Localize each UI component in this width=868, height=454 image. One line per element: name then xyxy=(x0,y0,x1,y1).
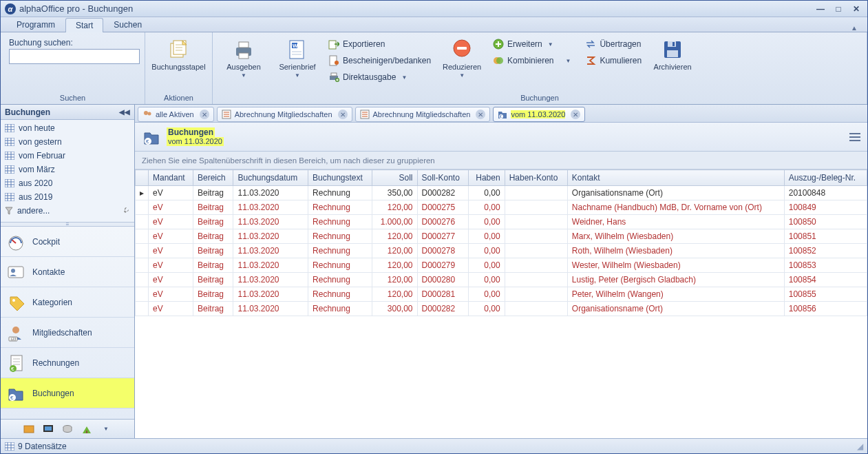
dropdown-icon: ▼ xyxy=(565,58,571,64)
filter-item[interactable]: von heute xyxy=(2,121,133,135)
close-tab-icon[interactable]: ✕ xyxy=(571,110,580,119)
svg-rect-21 xyxy=(667,50,678,57)
kumulieren-button[interactable]: Kumulieren xyxy=(581,53,646,68)
serienbrief-button[interactable]: W Serienbrief ▼ xyxy=(271,35,324,81)
collapse-panel-icon[interactable]: ◀◀ xyxy=(119,108,130,116)
table-row[interactable]: ▸eVBeitrag11.03.2020Rechnung350,00D00028… xyxy=(136,186,867,200)
bescheinigen-button[interactable]: Bescheinigen/bedanken xyxy=(324,53,435,68)
nav-mitgliedschaften[interactable]: 123 Mitgliedschaften xyxy=(1,318,134,348)
maximize-button[interactable]: □ xyxy=(832,3,845,14)
sigma-icon xyxy=(585,55,596,66)
app-window: α alphaOffice pro - Buchungen — □ ✕ Prog… xyxy=(0,0,868,454)
grid-mini-icon xyxy=(5,442,14,451)
dropdown-icon: ▼ xyxy=(401,74,407,81)
nav-shortcut-2-icon[interactable] xyxy=(42,423,54,435)
column-headers[interactable]: Mandant Bereich Buchungsdatum Buchungste… xyxy=(136,170,867,186)
kombinieren-button[interactable]: Kombinieren ▼ xyxy=(489,53,575,68)
table-row[interactable]: eVBeitrag11.03.2020Rechnung120,00D000279… xyxy=(136,258,867,273)
table-row[interactable]: eVBeitrag11.03.2020Rechnung300,00D000282… xyxy=(136,302,867,316)
col-soll[interactable]: Soll xyxy=(372,170,417,186)
uebertragen-button[interactable]: Übertragen xyxy=(581,37,646,52)
col-auszug[interactable]: Auszug-/Beleg-Nr. xyxy=(784,170,867,186)
nav-cockpit[interactable]: Cockpit xyxy=(1,227,134,257)
col-buchungsdatum[interactable]: Buchungsdatum xyxy=(233,170,308,186)
nav-buchungen[interactable]: € Buchungen xyxy=(1,378,134,409)
col-buchungstext[interactable]: Buchungstext xyxy=(308,170,372,186)
svg-rect-41 xyxy=(24,426,34,433)
floppy-disk-icon xyxy=(661,38,684,61)
col-kontakt[interactable]: Kontakt xyxy=(567,170,784,186)
table-row[interactable]: eVBeitrag11.03.2020Rechnung120,00D000281… xyxy=(136,287,867,302)
nav-kategorien[interactable]: Kategorien xyxy=(1,287,134,318)
svg-rect-26 xyxy=(5,165,14,174)
statusbar: 9 Datensätze ◢ xyxy=(1,438,867,453)
nav-shortcut-1-icon[interactable] xyxy=(23,423,35,435)
filter-item[interactable]: vom Februar xyxy=(2,149,133,163)
nav-shortcut-4-icon[interactable] xyxy=(81,423,93,435)
doc-tab-alle-aktiven[interactable]: alle Aktiven ✕ xyxy=(138,107,214,122)
wrench-icon[interactable] xyxy=(120,206,130,216)
data-grid[interactable]: Mandant Bereich Buchungsdatum Buchungste… xyxy=(135,169,867,438)
table-row[interactable]: eVBeitrag11.03.2020Rechnung120,00D000280… xyxy=(136,273,867,287)
svg-text:123: 123 xyxy=(10,337,17,341)
filter-item[interactable]: vom März xyxy=(2,163,133,176)
doc-tab-vom-datum[interactable]: € vom 11.03.2020 ✕ xyxy=(493,107,585,122)
search-label: Buchung suchen: xyxy=(9,38,73,48)
filter-item[interactable]: aus 2019 xyxy=(2,190,133,204)
filter-item[interactable]: aus 2020 xyxy=(2,176,133,190)
ribbon-tabs: Programm Start Suchen ▲ xyxy=(1,17,867,32)
funnel-icon xyxy=(5,207,13,215)
col-sollkonto[interactable]: Soll-Konto xyxy=(417,170,468,186)
exportieren-button[interactable]: Exportieren xyxy=(324,37,435,52)
app-logo-icon: α xyxy=(5,3,16,14)
table-icon xyxy=(5,165,14,174)
col-bereich[interactable]: Bereich xyxy=(193,170,233,186)
doc-tab-abrechnung-2[interactable]: Abrechnung Mitgliedschaften ✕ xyxy=(355,107,491,122)
filter-list: von heutevon gesternvom Februarvom Märza… xyxy=(1,120,134,223)
nav-kontakte[interactable]: Kontakte xyxy=(1,257,134,287)
close-button[interactable]: ✕ xyxy=(849,3,863,14)
buchungsstapel-button[interactable]: Buchungsstapel xyxy=(152,35,206,74)
nav-rechnungen[interactable]: € Rechnungen xyxy=(1,348,134,378)
doc-tab-abrechnung-1[interactable]: Abrechnung Mitgliedschaften ✕ xyxy=(217,107,352,122)
group-by-hint[interactable]: Ziehen Sie eine Spaltenüberschrift in di… xyxy=(135,152,867,169)
svg-rect-4 xyxy=(239,53,248,59)
tab-suchen[interactable]: Suchen xyxy=(103,17,152,32)
table-row[interactable]: eVBeitrag11.03.2020Rechnung120,00D000277… xyxy=(136,229,867,244)
ribbon-toggle-icon[interactable]: ▲ xyxy=(847,24,862,32)
erweitern-button[interactable]: Erweitern ▼ xyxy=(489,37,575,52)
view-options-icon[interactable] xyxy=(849,132,860,142)
search-input[interactable] xyxy=(9,49,140,64)
table-row[interactable]: eVBeitrag11.03.2020Rechnung120,00D000275… xyxy=(136,200,867,215)
close-tab-icon[interactable]: ✕ xyxy=(338,110,348,119)
filter-item[interactable]: andere... xyxy=(2,204,133,218)
table-row[interactable]: eVBeitrag11.03.2020Rechnung1.000,00D0002… xyxy=(136,215,867,229)
table-row[interactable]: eVBeitrag11.03.2020Rechnung120,00D000278… xyxy=(136,244,867,258)
svg-rect-43 xyxy=(45,426,52,431)
ausgeben-button[interactable]: Ausgeben ▼ xyxy=(217,35,271,81)
status-record-count: 9 Datensätze xyxy=(18,442,67,451)
col-haben[interactable]: Haben xyxy=(468,170,505,186)
tab-programm[interactable]: Programm xyxy=(6,17,65,32)
reduzieren-button[interactable]: Reduzieren ▼ xyxy=(435,35,489,81)
nav-footer-dropdown-icon[interactable]: ▼ xyxy=(100,423,112,435)
close-tab-icon[interactable]: ✕ xyxy=(200,110,209,119)
close-tab-icon[interactable]: ✕ xyxy=(476,110,485,119)
minimize-button[interactable]: — xyxy=(814,3,827,14)
filter-item[interactable]: von gestern xyxy=(2,135,133,149)
tab-start[interactable]: Start xyxy=(65,18,103,32)
svg-text:€: € xyxy=(10,395,14,401)
direktausgabe-button[interactable]: Direktausgabe ▼ xyxy=(324,70,435,85)
svg-rect-27 xyxy=(5,179,14,187)
combine-icon xyxy=(493,55,504,66)
col-mandant[interactable]: Mandant xyxy=(149,170,193,186)
table-icon xyxy=(5,138,14,146)
doc-title: Buchungen xyxy=(167,127,215,137)
gauge-icon xyxy=(6,232,25,251)
archivieren-button[interactable]: Archivieren xyxy=(646,35,699,74)
col-habenkonto[interactable]: Haben-Konto xyxy=(505,170,567,186)
svg-rect-15 xyxy=(457,47,467,50)
resize-grip-icon[interactable]: ◢ xyxy=(857,442,863,451)
svg-point-18 xyxy=(496,57,503,64)
nav-shortcut-3-icon[interactable] xyxy=(61,423,74,435)
